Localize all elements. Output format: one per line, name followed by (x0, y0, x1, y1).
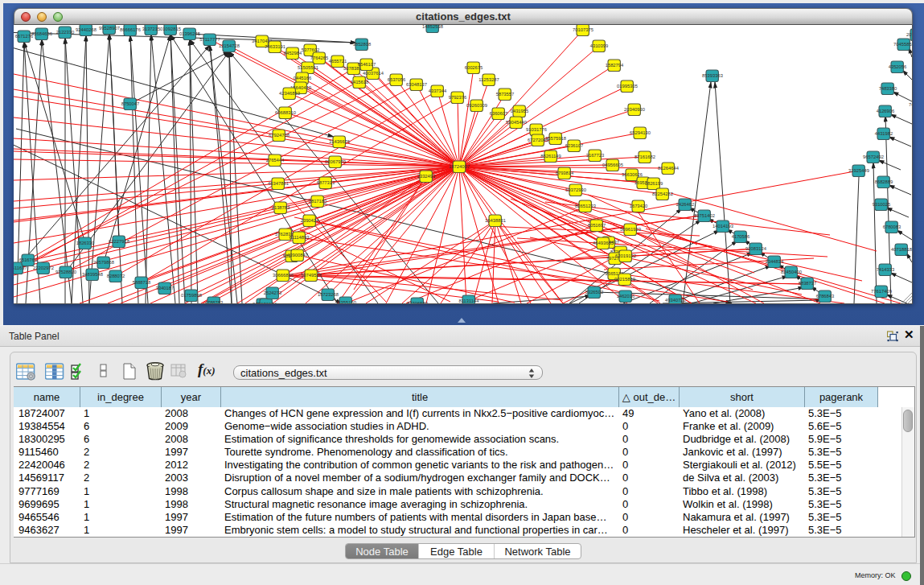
svg-text:12154728: 12154728 (219, 43, 240, 48)
svg-text:01995305: 01995305 (617, 84, 638, 89)
svg-text:0445166: 0445166 (294, 76, 312, 80)
svg-text:46347861: 46347861 (268, 181, 289, 186)
svg-text:40718818: 40718818 (891, 247, 912, 252)
svg-text:70455853: 70455853 (893, 42, 912, 47)
svg-text:01759898: 01759898 (181, 293, 202, 298)
svg-text:6877313: 6877313 (317, 180, 335, 185)
svg-text:1582794: 1582794 (606, 63, 624, 68)
svg-text:65294130: 65294130 (630, 130, 651, 135)
svg-text:11253287: 11253287 (478, 77, 499, 82)
svg-text:74847771: 74847771 (909, 102, 912, 107)
svg-text:3167723: 3167723 (586, 153, 605, 158)
svg-text:8288072: 8288072 (107, 274, 125, 278)
svg-text:85261149: 85261149 (540, 154, 561, 159)
svg-text:51505561: 51505561 (298, 65, 318, 70)
svg-text:01396245: 01396245 (179, 31, 200, 36)
svg-text:3137215: 3137215 (142, 27, 161, 31)
svg-text:2817180: 2817180 (309, 199, 327, 204)
svg-text:62019132: 62019132 (615, 253, 636, 258)
svg-text:1415618: 1415618 (351, 80, 369, 84)
svg-text:77617409: 77617409 (871, 289, 892, 294)
svg-text:99528907: 99528907 (99, 26, 120, 31)
svg-text:1462016: 1462016 (617, 294, 635, 299)
svg-text:9310025: 9310025 (873, 202, 891, 207)
svg-text:6360607: 6360607 (490, 111, 508, 116)
svg-text:6516761: 6516761 (19, 257, 38, 262)
svg-text:4352056: 4352056 (889, 64, 907, 69)
svg-text:7483380: 7483380 (879, 86, 897, 91)
svg-text:6002675: 6002675 (465, 65, 483, 70)
svg-text:85393363: 85393363 (702, 73, 723, 78)
svg-text:4655721: 4655721 (329, 59, 347, 64)
svg-text:82651233: 82651233 (575, 204, 596, 208)
svg-text:2332493: 2332493 (417, 174, 436, 179)
svg-text:50961923: 50961923 (620, 227, 641, 232)
svg-text:20707413: 20707413 (906, 32, 912, 37)
svg-text:92083124: 92083124 (745, 246, 767, 251)
svg-text:2138783: 2138783 (272, 205, 290, 210)
svg-text:2765444: 2765444 (266, 158, 285, 163)
svg-text:91031776: 91031776 (526, 127, 547, 132)
svg-text:9792376: 9792376 (449, 95, 467, 100)
svg-text:35575918: 35575918 (545, 136, 566, 141)
svg-text:30666836: 30666836 (273, 273, 294, 278)
svg-text:09260309: 09260309 (466, 103, 487, 108)
svg-text:69372930: 69372930 (565, 187, 586, 192)
svg-text:14852538: 14852538 (422, 25, 443, 29)
svg-text:42684656: 42684656 (31, 31, 52, 36)
svg-text:8750047: 8750047 (121, 101, 140, 106)
svg-text:49340722: 49340722 (665, 298, 686, 303)
svg-text:70107375: 70107375 (573, 27, 593, 32)
svg-text:2426462: 2426462 (676, 202, 695, 207)
svg-text:87161682: 87161682 (634, 154, 655, 159)
svg-text:56355150: 56355150 (335, 300, 356, 303)
svg-text:31436676: 31436676 (329, 139, 350, 144)
svg-text:8452984: 8452984 (284, 51, 302, 56)
svg-text:4788783: 4788783 (205, 300, 224, 303)
svg-text:4170586: 4170586 (732, 234, 750, 239)
svg-text:16723268: 16723268 (318, 292, 339, 297)
svg-text:2524273: 2524273 (264, 290, 282, 295)
svg-text:75136134: 75136134 (256, 302, 277, 303)
svg-text:8051697: 8051697 (588, 223, 606, 228)
svg-text:04956605: 04956605 (602, 163, 623, 167)
svg-text:4310399: 4310399 (590, 43, 609, 48)
svg-text:46493665: 46493665 (593, 241, 614, 245)
svg-text:2390424: 2390424 (301, 218, 319, 223)
svg-text:4337344: 4337344 (429, 89, 447, 93)
svg-text:02227918: 02227918 (109, 239, 129, 244)
svg-text:42346853: 42346853 (279, 91, 300, 96)
svg-text:4126906: 4126906 (877, 109, 895, 113)
svg-text:3340187: 3340187 (156, 286, 175, 290)
svg-text:01092815: 01092815 (160, 27, 181, 31)
svg-text:1826330: 1826330 (76, 241, 95, 245)
svg-text:3852808: 3852808 (353, 42, 372, 47)
svg-text:6793814: 6793814 (556, 171, 574, 175)
svg-text:74633191: 74633191 (265, 44, 285, 49)
svg-text:87706589: 87706589 (407, 301, 428, 303)
svg-text:86666176: 86666176 (120, 27, 141, 32)
svg-text:7764265: 7764265 (310, 56, 329, 60)
svg-text:6236107: 6236107 (565, 143, 584, 148)
svg-text:5873557: 5873557 (496, 92, 515, 97)
svg-text:18724007: 18724007 (449, 164, 470, 169)
svg-text:5888718: 5888718 (133, 280, 151, 285)
svg-text:60688310: 60688310 (275, 110, 296, 115)
svg-text:00215810: 00215810 (614, 277, 635, 282)
svg-text:67924708: 67924708 (269, 133, 290, 138)
svg-text:20579868: 20579868 (93, 260, 114, 265)
svg-text:96572492: 96572492 (863, 154, 884, 159)
svg-text:81131144: 81131144 (459, 299, 480, 303)
svg-text:0826199: 0826199 (645, 181, 663, 186)
svg-text:50749528: 50749528 (301, 273, 322, 278)
svg-text:89751402: 89751402 (694, 213, 715, 218)
svg-text:8682889: 8682889 (875, 179, 893, 184)
svg-text:82450400: 82450400 (781, 270, 802, 274)
svg-text:92440268: 92440268 (76, 27, 97, 32)
svg-text:57117777: 57117777 (199, 37, 220, 42)
svg-text:7414333: 7414333 (877, 267, 895, 272)
svg-text:4431982: 4431982 (875, 131, 893, 136)
svg-text:5326502: 5326502 (585, 290, 604, 295)
svg-text:6546107: 6546107 (358, 62, 376, 67)
svg-text:97528820: 97528820 (55, 270, 76, 274)
